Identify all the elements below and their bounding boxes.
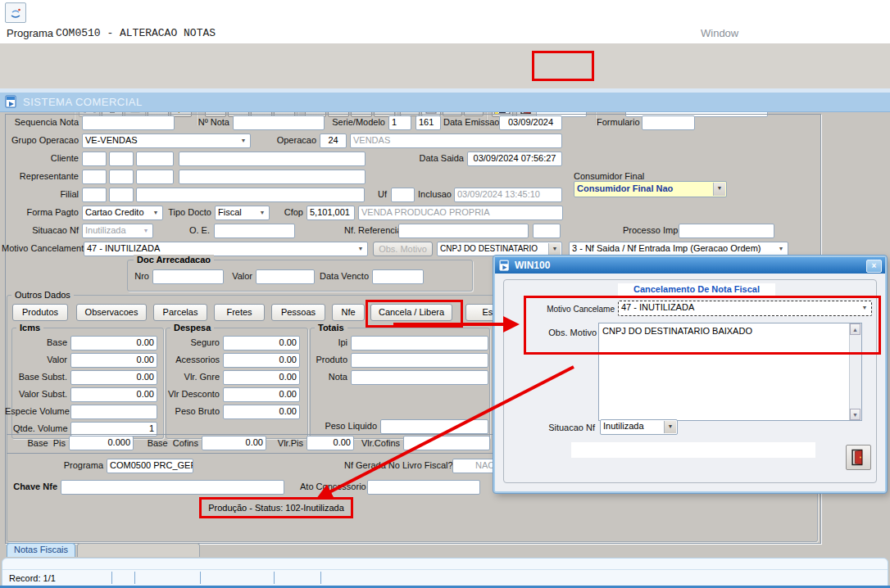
nf-referencia-field[interactable] xyxy=(398,224,529,238)
nro-field[interactable] xyxy=(152,269,224,284)
tab-pessoas[interactable]: Pessoas xyxy=(271,304,325,321)
nro-label: Nro xyxy=(129,271,149,282)
forma-pagto-dropdown[interactable]: Cartao Credito ▼ xyxy=(82,206,163,220)
chevron-down-icon[interactable]: ▼ xyxy=(859,302,870,314)
app-title: SISTEMA COMERCIAL xyxy=(23,96,143,108)
chevron-down-icon[interactable]: ▼ xyxy=(713,183,725,196)
dialog-exit-button[interactable] xyxy=(846,445,871,470)
vlr-desconto-field[interactable]: 0.00 xyxy=(223,387,300,402)
dialog-motivo-dropdown[interactable]: 47 - INUTILIZADA ▼ xyxy=(618,301,872,316)
base-pis-label: Base Pis xyxy=(23,438,66,449)
ato-concessorio-field[interactable] xyxy=(367,480,480,495)
consumidor-final-dropdown[interactable]: Consumidor Final Nao ▼ xyxy=(574,181,727,197)
tab-nfe[interactable]: Nfe xyxy=(332,304,365,321)
tab-notas-fiscais[interactable]: Notas Fiscais xyxy=(7,543,75,557)
tab-fretes[interactable]: Fretes xyxy=(214,304,265,321)
data-emissao-field[interactable]: 03/09/2024 xyxy=(499,115,562,130)
close-icon[interactable]: × xyxy=(866,260,882,273)
filial-name-field[interactable] xyxy=(136,188,365,202)
menu-programa[interactable]: Programa xyxy=(7,27,53,39)
dialog-situacao-dropdown[interactable]: Inutilizada ▼ xyxy=(600,419,678,435)
chevron-down-icon[interactable]: ▼ xyxy=(775,243,787,255)
cliente-field-1[interactable] xyxy=(82,152,107,166)
no-nota-field[interactable] xyxy=(233,115,325,130)
tab-observacoes[interactable]: Observacoes xyxy=(76,304,147,321)
exit-door-icon xyxy=(851,449,866,466)
grupo-operacao-dropdown[interactable]: VE-VENDAS ▼ xyxy=(82,133,251,148)
cliente-field-3[interactable] xyxy=(136,152,174,166)
data-vencto-field[interactable] xyxy=(372,269,424,284)
icms-base-field[interactable]: 0.00 xyxy=(70,336,157,351)
representante-field-1[interactable] xyxy=(82,170,107,184)
seguro-field[interactable]: 0.00 xyxy=(223,336,300,351)
tab-empty[interactable] xyxy=(77,543,200,557)
data-saida-field[interactable]: 03/09/2024 07:56:27 xyxy=(467,152,562,166)
chave-nfe-field[interactable] xyxy=(61,480,284,495)
modelo-field[interactable]: 161 xyxy=(415,115,441,130)
vlr-pis-label: Vlr.Pis xyxy=(270,438,303,449)
representante-field-2[interactable] xyxy=(109,170,134,184)
especie-volume-field[interactable] xyxy=(70,405,157,419)
scrollbar[interactable]: ▲ ▼ xyxy=(849,323,861,420)
tab-produtos[interactable]: Produtos xyxy=(12,304,68,321)
tab-cancela-libera[interactable]: Cancela / Libera xyxy=(370,304,452,321)
icms-valor-subst-field[interactable]: 0.00 xyxy=(70,387,157,402)
chevron-down-icon[interactable]: ▼ xyxy=(150,207,161,219)
formulario-field[interactable] xyxy=(642,115,695,130)
chevron-down-icon[interactable]: ▼ xyxy=(257,207,268,219)
peso-liquido-field[interactable] xyxy=(380,419,488,434)
representante-field-3[interactable] xyxy=(136,170,174,184)
produto-field[interactable] xyxy=(351,353,488,368)
menu-window[interactable]: Window xyxy=(701,27,738,39)
scroll-up-icon[interactable]: ▲ xyxy=(850,323,860,335)
nf-referencia-label: Nf. Referencia xyxy=(344,225,395,236)
cliente-name-field[interactable] xyxy=(179,152,366,166)
tab-parcelas[interactable]: Parcelas xyxy=(153,304,207,321)
dialog-obs-textarea[interactable]: CNPJ DO DESTINATARIO BAIXADO ▲ ▼ xyxy=(598,323,862,421)
chevron-down-icon[interactable]: ▼ xyxy=(355,243,366,255)
representante-label: Representante xyxy=(7,171,79,182)
uf-field[interactable] xyxy=(391,188,415,202)
serie-field[interactable]: 1 xyxy=(388,115,411,130)
ipi-field[interactable] xyxy=(351,336,488,351)
cfop-code-field[interactable]: 5,101,001 xyxy=(307,206,355,220)
cliente-field-2[interactable] xyxy=(109,152,134,166)
vlr-gnre-field[interactable]: 0.00 xyxy=(223,370,300,385)
base-pis-field[interactable]: 0.000 xyxy=(69,436,134,450)
icms-valor-field[interactable]: 0.00 xyxy=(70,353,157,368)
vlr-gnre-label: Vlr. Gnre xyxy=(169,372,220,382)
icms-base-subst-field[interactable]: 0.00 xyxy=(70,370,157,385)
base-cofins-field[interactable]: 0.00 xyxy=(202,436,266,450)
nota-field[interactable] xyxy=(351,370,488,385)
java-applet-icon[interactable] xyxy=(5,2,26,23)
serie-modelo-label: Serie/Modelo xyxy=(325,117,385,128)
chevron-down-icon[interactable]: ▼ xyxy=(548,243,561,255)
chevron-down-icon[interactable]: ▼ xyxy=(238,135,249,147)
tipo-docto-dropdown[interactable]: Fiscal ▼ xyxy=(215,206,270,220)
vlr-pis-field[interactable]: 0.00 xyxy=(307,436,354,450)
forma-pagto-value: Cartao Credito xyxy=(85,207,144,217)
chevron-down-icon[interactable]: ▼ xyxy=(664,421,676,433)
operacao-code-field[interactable]: 24 xyxy=(320,133,347,148)
scroll-down-icon[interactable]: ▼ xyxy=(850,409,860,420)
peso-bruto-field[interactable]: 0.00 xyxy=(223,405,300,419)
valor-field[interactable] xyxy=(256,269,315,284)
dialog-obs-label: Obs. Motivo xyxy=(544,328,597,338)
obs-motivo-dropdown[interactable]: CNPJ DO DESTINATARIO ▼ xyxy=(437,242,562,256)
motivo-cancelamento-dropdown[interactable]: 47 - INUTILIZADA ▼ xyxy=(84,242,368,256)
filial-field-1[interactable] xyxy=(82,188,107,202)
tipo-nf-dropdown[interactable]: 3 - Nf Saida / Nf Entrada Imp (Geracao O… xyxy=(569,242,788,256)
representante-name-field[interactable] xyxy=(179,170,366,184)
dialog-title-bar[interactable]: WIN100 × xyxy=(495,257,885,274)
data-vencto-label: Data Vencto xyxy=(320,271,369,282)
filial-field-2[interactable] xyxy=(109,188,134,202)
acessorios-field[interactable]: 0.00 xyxy=(223,353,300,368)
oe-field[interactable] xyxy=(214,224,295,238)
totais-legend: Totais xyxy=(315,323,347,332)
processo-imp-field[interactable] xyxy=(679,224,774,238)
programa-field[interactable]: COM0500 PRC_GERA xyxy=(107,459,193,473)
vlr-cofins-field[interactable] xyxy=(403,436,490,450)
grupo-operacao-value: VE-VENDAS xyxy=(85,135,138,145)
sequencia-nota-field[interactable] xyxy=(82,115,175,130)
nf-referencia-field-2[interactable] xyxy=(533,224,561,238)
